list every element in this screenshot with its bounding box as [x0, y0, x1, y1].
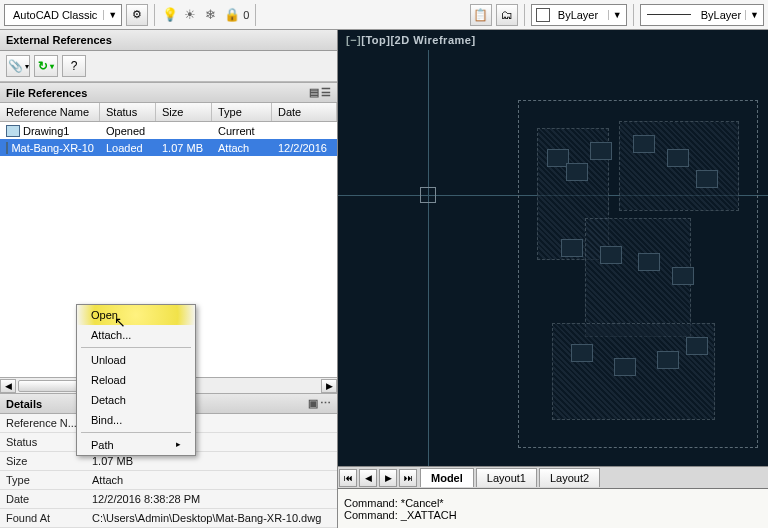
lock-icon: 🔒: [223, 6, 241, 24]
workspace-dropdown[interactable]: AutoCAD Classic ▼: [4, 4, 122, 26]
freeze-icon[interactable]: ❄: [201, 6, 219, 24]
detail-label: Date: [0, 490, 86, 508]
file-references-header: File References ▤ ☰: [0, 82, 337, 103]
scroll-right-icon[interactable]: ▶: [321, 379, 337, 393]
table-row[interactable]: Drawing1 Opened Current: [0, 122, 337, 139]
detail-label: Found At: [0, 509, 86, 527]
command-line[interactable]: Command: *Cancel* Command: _XATTACH: [338, 488, 768, 528]
separator: [81, 347, 191, 348]
cell-size: 1.07 MB: [156, 141, 212, 155]
cell-date: [272, 130, 337, 132]
tab-prev-icon[interactable]: ◀: [359, 469, 377, 487]
vp-view[interactable]: [Top]: [361, 34, 390, 46]
linetype-label: ByLayer: [697, 9, 745, 21]
tab-layout2[interactable]: Layout2: [539, 468, 600, 487]
linetype-dropdown[interactable]: ByLayer ▼: [640, 4, 764, 26]
detail-label: Size: [0, 452, 86, 470]
ctx-path[interactable]: Path: [77, 435, 195, 455]
more-icon[interactable]: ⋯: [320, 397, 331, 410]
vp-style[interactable]: [2D Wireframe]: [390, 34, 475, 46]
col-name[interactable]: Reference Name: [0, 103, 100, 121]
cell-type: Attach: [212, 141, 272, 155]
viewport-header[interactable]: [−][Top][2D Wireframe]: [338, 30, 768, 50]
lock-status[interactable]: 🔒 0: [223, 6, 249, 24]
axis-vertical: [428, 50, 429, 528]
ctx-detach[interactable]: Detach: [77, 390, 195, 410]
col-size[interactable]: Size: [156, 103, 212, 121]
list-view-icon[interactable]: ▤: [309, 86, 319, 99]
separator: [255, 4, 256, 26]
file-references-table: Reference Name Status Size Type Date Dra…: [0, 103, 337, 156]
file-list-body: Open Attach... Unload Reload Detach Bind…: [0, 156, 337, 377]
cell-status: Opened: [100, 124, 156, 138]
separator: [524, 4, 525, 26]
panel-title: External References: [0, 30, 337, 51]
ctx-unload[interactable]: Unload: [77, 350, 195, 370]
layer-prop-label: ByLayer: [554, 9, 608, 21]
layer-color-dropdown[interactable]: ByLayer ▼: [531, 4, 627, 26]
cell-status: Loaded: [100, 141, 156, 155]
command-current: Command: _XATTACH: [344, 509, 762, 521]
col-date[interactable]: Date: [272, 103, 337, 121]
detail-label: Reference N...: [0, 414, 86, 432]
layer-states-button[interactable]: 🗂: [496, 4, 518, 26]
cell-size: [156, 130, 212, 132]
lightbulb-icon[interactable]: 💡: [161, 6, 179, 24]
expand-icon[interactable]: ▣: [308, 397, 318, 410]
drawing-viewport[interactable]: [−][Top][2D Wireframe] ⏮ ◀ ▶: [338, 30, 768, 528]
chevron-down-icon: ▼: [103, 10, 121, 20]
detail-label: Status: [0, 433, 86, 451]
attach-dropdown-button[interactable]: 📎: [6, 55, 30, 77]
detail-label: Type: [0, 471, 86, 489]
drawing-content: [518, 100, 758, 448]
tab-last-icon[interactable]: ⏭: [399, 469, 417, 487]
scroll-left-icon[interactable]: ◀: [0, 379, 16, 393]
col-type[interactable]: Type: [212, 103, 272, 121]
top-toolbar: AutoCAD Classic ▼ ⚙ 💡 ☀ ❄ 🔒 0 📋 🗂 ByLaye…: [0, 0, 768, 30]
file-icon: [6, 125, 20, 137]
table-header: Reference Name Status Size Type Date: [0, 103, 337, 122]
file-references-title: File References: [6, 87, 87, 99]
chevron-down-icon: ▼: [608, 10, 626, 20]
ctx-bind[interactable]: Bind...: [77, 410, 195, 430]
canvas[interactable]: [338, 50, 768, 528]
detail-value: C:\Users\Admin\Desktop\Mat-Bang-XR-10.dw…: [86, 509, 337, 527]
ctx-reload[interactable]: Reload: [77, 370, 195, 390]
sun-icon[interactable]: ☀: [181, 6, 199, 24]
panel-toolbar: 📎 ↻ ?: [0, 51, 337, 82]
viewport-tabs: ⏮ ◀ ▶ ⏭ Model Layout1 Layout2: [338, 466, 768, 488]
tab-next-icon[interactable]: ▶: [379, 469, 397, 487]
detail-value: 12/2/2016 8:38:28 PM: [86, 490, 337, 508]
table-row[interactable]: Mat-Bang-XR-10 Loaded 1.07 MB Attach 12/…: [0, 139, 337, 156]
details-title: Details: [6, 398, 42, 410]
refresh-dropdown-button[interactable]: ↻: [34, 55, 58, 77]
vp-minimize[interactable]: [−]: [346, 34, 361, 46]
cell-type: Current: [212, 124, 272, 138]
context-menu: Open Attach... Unload Reload Detach Bind…: [76, 304, 196, 456]
ucs-origin-icon: [420, 187, 436, 203]
tree-view-icon[interactable]: ☰: [321, 86, 331, 99]
lock-count: 0: [243, 9, 249, 21]
cell-name: Mat-Bang-XR-10: [11, 142, 94, 154]
layer-manager-button[interactable]: 📋: [470, 4, 492, 26]
separator: [81, 432, 191, 433]
tab-layout1[interactable]: Layout1: [476, 468, 537, 487]
layer-status-icons: 💡 ☀ ❄: [161, 6, 219, 24]
tab-model[interactable]: Model: [420, 468, 474, 487]
ctx-attach[interactable]: Attach...: [77, 325, 195, 345]
workspace-settings-button[interactable]: ⚙: [126, 4, 148, 26]
gear-icon: ⚙: [132, 8, 142, 21]
cell-date: 12/2/2016: [272, 141, 337, 155]
command-history: Command: *Cancel*: [344, 497, 762, 509]
cell-name: Drawing1: [23, 125, 69, 137]
color-swatch: [536, 8, 550, 22]
chevron-down-icon: ▼: [745, 10, 763, 20]
xref-panel: External References 📎 ↻ ? File Reference…: [0, 30, 338, 528]
detail-value: Attach: [86, 471, 337, 489]
workspace-label: AutoCAD Classic: [5, 9, 103, 21]
linetype-preview: [647, 14, 691, 15]
col-status[interactable]: Status: [100, 103, 156, 121]
tab-first-icon[interactable]: ⏮: [339, 469, 357, 487]
ctx-open[interactable]: Open: [77, 305, 195, 325]
help-button[interactable]: ?: [62, 55, 86, 77]
